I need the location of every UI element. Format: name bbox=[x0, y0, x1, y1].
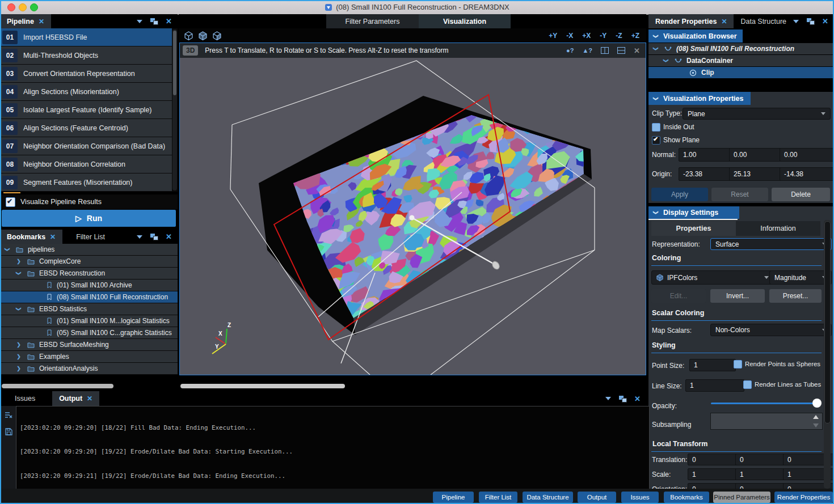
view-minus-z-button[interactable]: -Z bbox=[616, 32, 622, 40]
color-array-select[interactable]: IPFColors bbox=[651, 270, 774, 285]
toggle-pinned-parameters-button[interactable]: Pinned Parameters bbox=[713, 492, 770, 503]
tree-item-small-in100-full-reconstruction[interactable]: (08) Small IN100 Full Reconstruction bbox=[0, 291, 178, 303]
representation-select[interactable]: Surface bbox=[710, 238, 832, 250]
chevron-down-icon[interactable] bbox=[137, 20, 142, 23]
browser-item-datacontainer[interactable]: ❯ DataContainer bbox=[648, 55, 834, 66]
show-plane-checkbox[interactable] bbox=[652, 136, 660, 145]
tab-pipeline[interactable]: Pipeline✕ bbox=[0, 14, 51, 28]
split-horizontal-icon[interactable] bbox=[617, 47, 625, 54]
chevron-down-icon[interactable] bbox=[605, 397, 611, 400]
preset-button[interactable]: Preset... bbox=[769, 289, 822, 303]
browser-item-pipeline[interactable]: ❯ (08) Small IN100 Full Reconstruction bbox=[648, 43, 834, 54]
opacity-slider-thumb[interactable] bbox=[812, 399, 822, 408]
chevron-right-icon[interactable]: ❯ bbox=[16, 259, 22, 264]
tree-item-pipelines[interactable]: ❯pipelines bbox=[0, 244, 178, 255]
tab-information[interactable]: Information bbox=[736, 221, 820, 236]
tree-item-orientationanalysis[interactable]: ❯OrientationAnalysis bbox=[0, 363, 178, 374]
chevron-down-icon[interactable]: ❯ bbox=[653, 46, 659, 52]
normal-z-field[interactable]: 0.00 bbox=[780, 148, 834, 162]
close-view-icon[interactable]: ✕ bbox=[634, 46, 640, 55]
close-icon[interactable]: ✕ bbox=[166, 232, 172, 241]
zoom-window-button[interactable] bbox=[30, 3, 38, 11]
spinner-up-icon[interactable] bbox=[813, 415, 819, 419]
line-size-field[interactable]: 1 bbox=[685, 379, 744, 392]
view-minus-y-button[interactable]: -Y bbox=[600, 32, 606, 40]
pipeline-step-1[interactable]: 01Import H5EBSD File bbox=[0, 28, 172, 46]
output-console[interactable]: [2023:02:20 09:29:20] [18/22] Fill Bad D… bbox=[16, 406, 650, 490]
apply-button[interactable]: Apply bbox=[651, 188, 708, 201]
subsampling-spinner[interactable] bbox=[710, 413, 823, 430]
tree-item-examples[interactable]: ❯Examples bbox=[0, 351, 178, 362]
pipeline-step-3[interactable]: 03Convert Orientation Representation bbox=[0, 65, 172, 82]
translation-y-field[interactable]: 0 bbox=[735, 454, 789, 465]
tab-render-properties[interactable]: Render Properties✕ bbox=[648, 14, 734, 28]
toggle-issues-button[interactable]: Issues bbox=[621, 492, 659, 503]
normal-y-field[interactable]: 0.00 bbox=[729, 148, 785, 162]
close-icon[interactable]: ✕ bbox=[634, 395, 641, 403]
tree-item-morphological-statistics[interactable]: (01) Small IN100 M...logical Statistics bbox=[0, 315, 178, 327]
pipeline-step-5[interactable]: 05Isolate Largest Feature (Identify Samp… bbox=[0, 101, 172, 118]
close-icon[interactable]: ✕ bbox=[721, 18, 727, 26]
pipeline-step-6[interactable]: 06Align Sections (Feature Centroid) bbox=[0, 119, 172, 137]
pipeline-step-7[interactable]: 07Neighbor Orientation Comparison (Bad D… bbox=[0, 137, 172, 155]
clear-output-icon[interactable] bbox=[5, 412, 13, 419]
tab-issues[interactable]: Issues bbox=[8, 391, 42, 406]
run-button[interactable]: ▷Run bbox=[2, 210, 176, 227]
view-plus-y-button[interactable]: +Y bbox=[549, 32, 557, 40]
display-settings-header[interactable]: ❯ Display Settings bbox=[648, 206, 739, 219]
view-minus-x-button[interactable]: -X bbox=[566, 32, 573, 40]
pipeline-step-4[interactable]: 04Align Sections (Misorientation) bbox=[0, 83, 172, 100]
scale-x-field[interactable]: 1 bbox=[688, 468, 741, 480]
pipeline-step-2[interactable]: 02Multi-Threshold Objects bbox=[0, 46, 172, 64]
float-panel-icon[interactable] bbox=[619, 396, 626, 402]
tab-output[interactable]: Output✕ bbox=[52, 391, 99, 406]
view-plus-x-button[interactable]: +X bbox=[582, 32, 591, 40]
render-points-spheres-checkbox[interactable] bbox=[734, 360, 742, 369]
delete-button[interactable]: Delete bbox=[772, 188, 830, 201]
tab-filter-parameters[interactable]: Filter Parameters bbox=[326, 14, 419, 28]
pipeline-step-9[interactable]: 09Segment Features (Misorientation) bbox=[0, 173, 172, 191]
origin-z-field[interactable]: -14.38 bbox=[780, 167, 834, 181]
chevron-right-icon[interactable]: ❯ bbox=[16, 342, 22, 348]
pipeline-step-8[interactable]: 08Neighbor Orientation Correlation bbox=[0, 155, 172, 173]
chevron-down-icon[interactable] bbox=[793, 20, 799, 23]
close-icon[interactable]: ✕ bbox=[87, 395, 92, 403]
component-select[interactable]: Magnitude bbox=[769, 270, 832, 285]
tree-item-small-in100-archive[interactable]: (01) Small IN100 Archive bbox=[0, 279, 178, 291]
chevron-right-icon[interactable]: ❯ bbox=[16, 354, 22, 359]
tree-item-ebsd-statistics[interactable]: ❯EBSD Statistics bbox=[0, 303, 178, 315]
chevron-down-icon[interactable]: ❯ bbox=[5, 247, 10, 252]
triangle-help-icon[interactable]: ▲? bbox=[582, 47, 592, 54]
toggle-render-properties-button[interactable]: Render Properties bbox=[774, 492, 833, 503]
toggle-bookmarks-button[interactable]: Bookmarks bbox=[664, 492, 709, 503]
origin-y-field[interactable]: 25.13 bbox=[729, 167, 785, 181]
float-panel-icon[interactable] bbox=[150, 234, 158, 240]
tree-item-crystallographic-statistics[interactable]: (05) Small IN100 C...graphic Statistics bbox=[0, 327, 178, 338]
reset-button[interactable]: Reset bbox=[711, 188, 768, 201]
minimize-window-button[interactable] bbox=[19, 3, 27, 11]
browser-item-clip[interactable]: Clip bbox=[648, 67, 834, 78]
view-plus-z-button[interactable]: +Z bbox=[631, 32, 639, 40]
chevron-right-icon[interactable]: ❯ bbox=[16, 366, 22, 371]
clip-type-select[interactable]: Plane bbox=[683, 108, 831, 120]
map-scalars-select[interactable]: Non-Colors bbox=[710, 324, 832, 336]
tab-visualization[interactable]: Visualization bbox=[419, 14, 511, 28]
point-help-icon[interactable]: ●? bbox=[566, 47, 574, 54]
orientation-y-field[interactable]: 0 bbox=[735, 483, 789, 489]
pipeline-scrollbar-thumb[interactable] bbox=[173, 31, 176, 95]
toggle-output-button[interactable]: Output bbox=[578, 492, 616, 503]
save-output-icon[interactable] bbox=[5, 428, 12, 435]
chevron-down-icon[interactable]: ❯ bbox=[16, 306, 22, 312]
tree-item-complexcore[interactable]: ❯ComplexCore bbox=[0, 256, 178, 267]
edit-button[interactable]: Edit... bbox=[651, 289, 706, 303]
tab-data-structure[interactable]: Data Structure bbox=[734, 14, 793, 28]
float-panel-icon[interactable] bbox=[150, 18, 158, 24]
camera-preset-cube-filled-icon[interactable] bbox=[199, 31, 207, 40]
float-panel-icon[interactable] bbox=[807, 18, 814, 24]
split-vertical-icon[interactable] bbox=[601, 47, 609, 54]
scale-y-field[interactable]: 1 bbox=[735, 468, 789, 480]
translation-x-field[interactable]: 0 bbox=[688, 454, 741, 465]
visibility-eye-icon[interactable] bbox=[689, 69, 697, 77]
close-icon[interactable]: ✕ bbox=[166, 17, 172, 26]
viewport-hscrollbar-thumb[interactable] bbox=[180, 384, 345, 388]
